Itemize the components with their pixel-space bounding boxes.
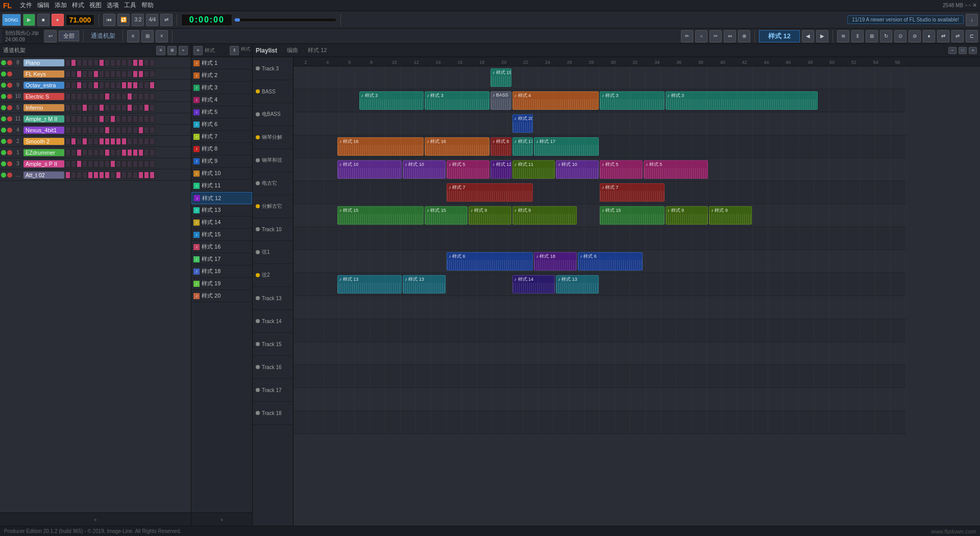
channel-pad[interactable]: [127, 70, 132, 78]
channel-pad[interactable]: [116, 82, 121, 89]
channel-name[interactable]: FL Keys: [23, 70, 64, 78]
channel-pad[interactable]: [127, 104, 132, 111]
channel-row[interactable]: 1EZdrummer: [0, 147, 191, 158]
playlist-clip[interactable]: ♪ 样式 12: [491, 160, 511, 179]
track-row[interactable]: ♪ 样式 6♪ 样式 18♪ 样式 6: [293, 250, 906, 273]
playlist-loop[interactable]: ↻: [880, 30, 892, 42]
track-row[interactable]: ♪ 样式 15♪ 样式 15♪ 样式 9♪ 样式 9♪ 样式 15♪ 样式 9♪…: [293, 204, 906, 227]
channel-pad[interactable]: [88, 93, 93, 100]
channel-pad[interactable]: [127, 93, 132, 100]
channel-mute-btn[interactable]: [7, 94, 12, 99]
channel-pad[interactable]: [65, 172, 70, 179]
channel-name[interactable]: Smooth 2: [23, 138, 64, 145]
channel-name[interactable]: Nexus_4bit1: [23, 127, 64, 134]
playlist-solo[interactable]: ♦: [923, 30, 935, 42]
pattern-item[interactable]: ♪样式 1: [191, 57, 252, 69]
pattern-item[interactable]: ♪样式 8: [191, 143, 252, 155]
channel-pad[interactable]: [150, 138, 155, 145]
channel-pad[interactable]: [110, 138, 115, 145]
menu-item-选项[interactable]: 选项: [105, 0, 121, 11]
channel-pad[interactable]: [65, 160, 70, 167]
channel-name[interactable]: Inferno: [23, 104, 64, 111]
playlist-clip[interactable]: ♪ 样式 16: [337, 137, 424, 156]
channel-pad[interactable]: [99, 127, 104, 134]
channel-pad[interactable]: [88, 172, 93, 179]
channel-pad[interactable]: [88, 115, 93, 123]
channel-pad[interactable]: [105, 70, 110, 78]
channel-pad[interactable]: [144, 93, 149, 100]
channel-active-btn[interactable]: [1, 139, 6, 144]
channel-btn[interactable]: ⊞: [141, 30, 154, 42]
channel-pad[interactable]: [121, 104, 127, 111]
channel-mute-btn[interactable]: [7, 116, 12, 121]
playlist-clip[interactable]: ♪ 样式 5: [644, 160, 708, 179]
playlist-mixer[interactable]: ≋: [837, 30, 849, 42]
channel-pad[interactable]: [150, 104, 155, 111]
channel-pad[interactable]: [121, 172, 127, 179]
pattern-item[interactable]: ♪样式 9: [191, 155, 252, 167]
playlist-record[interactable]: ⊙: [894, 30, 906, 42]
channel-pad[interactable]: [93, 115, 99, 123]
playlist-clip[interactable]: ♪ 样式 5: [600, 160, 643, 179]
channel-mute-btn[interactable]: [7, 173, 12, 178]
channel-pad[interactable]: [116, 160, 121, 167]
pattern-item[interactable]: ♪样式 3: [191, 82, 252, 94]
track-row[interactable]: [293, 388, 906, 411]
menu-item-样式[interactable]: 样式: [70, 0, 86, 11]
channel-pad[interactable]: [121, 127, 127, 134]
channel-row[interactable]: 11Ample_r M II: [0, 113, 191, 125]
channel-row[interactable]: 4Nexus_4bit1: [0, 125, 191, 136]
channel-pad[interactable]: [138, 59, 143, 66]
channel-pad[interactable]: [121, 115, 127, 123]
channel-pad[interactable]: [65, 93, 70, 100]
channel-pad[interactable]: [144, 82, 149, 89]
channel-pad[interactable]: [105, 149, 110, 156]
channel-pad[interactable]: [133, 172, 138, 179]
channel-pad[interactable]: [121, 70, 127, 78]
channel-row[interactable]: 10Electric S: [0, 91, 191, 102]
playlist-clip[interactable]: ♪ 样式 4: [512, 91, 599, 110]
loop-btn[interactable]: 🔁: [117, 14, 130, 26]
channel-name[interactable]: Ample_r M II: [23, 115, 64, 123]
channel-pad[interactable]: [121, 59, 127, 66]
playlist-settings[interactable]: ⊞: [866, 30, 878, 42]
channel-active-btn[interactable]: [1, 173, 6, 178]
channel-pad[interactable]: [110, 127, 115, 134]
menu-item-工具[interactable]: 工具: [122, 0, 138, 11]
channel-pad[interactable]: [105, 127, 110, 134]
channel-active-btn[interactable]: [1, 71, 6, 77]
channel-pad[interactable]: [116, 127, 121, 134]
channel-pad[interactable]: [144, 138, 149, 145]
playlist-clip[interactable]: ♪ 样式 15: [600, 206, 665, 225]
playlist-clip[interactable]: ♪ 样式 6: [447, 252, 533, 271]
channel-pad[interactable]: [121, 138, 127, 145]
channel-pad[interactable]: [105, 104, 110, 111]
pattern-item[interactable]: ♪样式 15: [191, 229, 252, 241]
channel-pad[interactable]: [88, 104, 93, 111]
channel-pad[interactable]: [65, 82, 70, 89]
playlist-clip[interactable]: ♪ 样式 3: [359, 91, 424, 110]
channel-pad[interactable]: [127, 127, 132, 134]
channel-pad[interactable]: [88, 138, 93, 145]
track-row[interactable]: ♪ 样式 10♪ 样式 10♪ 样式 5♪ 样式 12♪ 样式 11♪ 样式 1…: [293, 158, 906, 181]
channel-active-btn[interactable]: [1, 60, 6, 65]
pattern-next[interactable]: ▶: [816, 30, 828, 42]
channel-pad[interactable]: [127, 160, 132, 167]
playlist-clip[interactable]: ♪ 样式 13: [556, 275, 599, 294]
pattern-item[interactable]: ♪样式 2: [191, 69, 252, 82]
playlist-scroll[interactable]: ⇕: [851, 30, 864, 42]
playlist-clip[interactable]: ♪ 样式 9: [469, 206, 511, 225]
playlist-clip[interactable]: ♪ 样式 3: [666, 91, 818, 110]
channel-pad[interactable]: [82, 149, 87, 156]
playlist-clip[interactable]: ♪ 样式 15: [337, 206, 424, 225]
channel-pad[interactable]: [105, 138, 110, 145]
channel-mute-btn[interactable]: [7, 83, 12, 88]
channel-pad[interactable]: [99, 115, 104, 123]
channel-pad[interactable]: [99, 172, 104, 179]
menu-item-文件[interactable]: 文件: [18, 0, 34, 11]
channel-pad[interactable]: [144, 59, 149, 66]
channel-pad[interactable]: [150, 59, 155, 66]
playlist-clip[interactable]: ♪ 样式 14: [512, 275, 555, 294]
channel-pad[interactable]: [99, 160, 104, 167]
channel-pad[interactable]: [110, 172, 115, 179]
